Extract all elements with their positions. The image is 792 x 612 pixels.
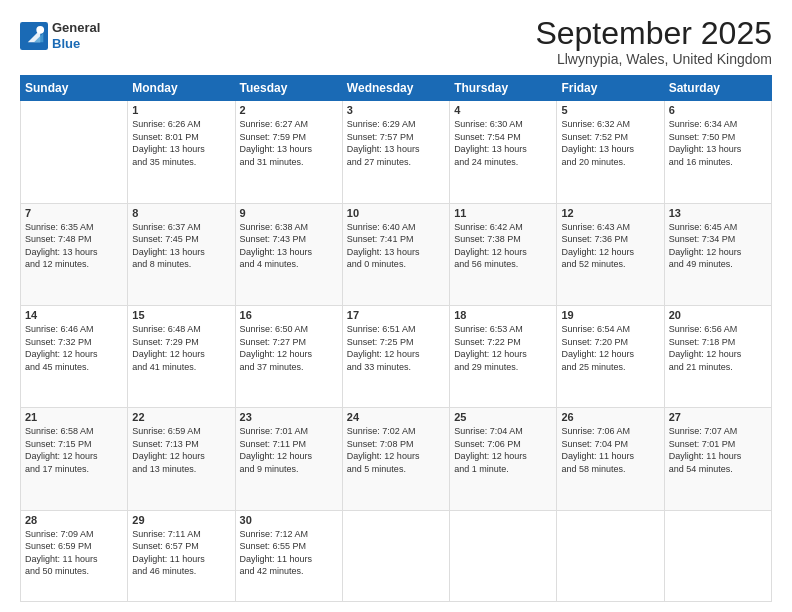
day-info: Sunrise: 6:45 AM Sunset: 7:34 PM Dayligh… bbox=[669, 221, 767, 271]
table-row: 23Sunrise: 7:01 AM Sunset: 7:11 PM Dayli… bbox=[235, 408, 342, 510]
day-info: Sunrise: 7:12 AM Sunset: 6:55 PM Dayligh… bbox=[240, 528, 338, 578]
table-row: 21Sunrise: 6:58 AM Sunset: 7:15 PM Dayli… bbox=[21, 408, 128, 510]
day-info: Sunrise: 7:07 AM Sunset: 7:01 PM Dayligh… bbox=[669, 425, 767, 475]
header-thursday: Thursday bbox=[450, 76, 557, 101]
day-info: Sunrise: 6:50 AM Sunset: 7:27 PM Dayligh… bbox=[240, 323, 338, 373]
table-row: 12Sunrise: 6:43 AM Sunset: 7:36 PM Dayli… bbox=[557, 203, 664, 305]
day-info: Sunrise: 6:34 AM Sunset: 7:50 PM Dayligh… bbox=[669, 118, 767, 168]
day-info: Sunrise: 7:02 AM Sunset: 7:08 PM Dayligh… bbox=[347, 425, 445, 475]
day-number: 13 bbox=[669, 207, 767, 219]
day-info: Sunrise: 6:26 AM Sunset: 8:01 PM Dayligh… bbox=[132, 118, 230, 168]
calendar-table: Sunday Monday Tuesday Wednesday Thursday… bbox=[20, 75, 772, 602]
logo-blue: Blue bbox=[52, 36, 100, 52]
table-row: 10Sunrise: 6:40 AM Sunset: 7:41 PM Dayli… bbox=[342, 203, 449, 305]
table-row: 25Sunrise: 7:04 AM Sunset: 7:06 PM Dayli… bbox=[450, 408, 557, 510]
day-info: Sunrise: 6:29 AM Sunset: 7:57 PM Dayligh… bbox=[347, 118, 445, 168]
day-number: 22 bbox=[132, 411, 230, 423]
day-number: 21 bbox=[25, 411, 123, 423]
svg-point-2 bbox=[36, 25, 44, 33]
logo-icon bbox=[20, 22, 48, 50]
table-row: 8Sunrise: 6:37 AM Sunset: 7:45 PM Daylig… bbox=[128, 203, 235, 305]
day-number: 6 bbox=[669, 104, 767, 116]
table-row: 2Sunrise: 6:27 AM Sunset: 7:59 PM Daylig… bbox=[235, 101, 342, 203]
table-row: 17Sunrise: 6:51 AM Sunset: 7:25 PM Dayli… bbox=[342, 305, 449, 407]
table-row: 1Sunrise: 6:26 AM Sunset: 8:01 PM Daylig… bbox=[128, 101, 235, 203]
day-number: 28 bbox=[25, 514, 123, 526]
logo-text: General Blue bbox=[52, 20, 100, 51]
table-row: 4Sunrise: 6:30 AM Sunset: 7:54 PM Daylig… bbox=[450, 101, 557, 203]
day-number: 1 bbox=[132, 104, 230, 116]
day-number: 27 bbox=[669, 411, 767, 423]
day-info: Sunrise: 7:11 AM Sunset: 6:57 PM Dayligh… bbox=[132, 528, 230, 578]
day-number: 8 bbox=[132, 207, 230, 219]
calendar-week-row: 21Sunrise: 6:58 AM Sunset: 7:15 PM Dayli… bbox=[21, 408, 772, 510]
logo-general: General bbox=[52, 20, 100, 36]
table-row: 20Sunrise: 6:56 AM Sunset: 7:18 PM Dayli… bbox=[664, 305, 771, 407]
day-number: 20 bbox=[669, 309, 767, 321]
day-info: Sunrise: 6:54 AM Sunset: 7:20 PM Dayligh… bbox=[561, 323, 659, 373]
day-number: 9 bbox=[240, 207, 338, 219]
day-number: 16 bbox=[240, 309, 338, 321]
day-info: Sunrise: 6:30 AM Sunset: 7:54 PM Dayligh… bbox=[454, 118, 552, 168]
day-number: 12 bbox=[561, 207, 659, 219]
day-number: 29 bbox=[132, 514, 230, 526]
table-row: 9Sunrise: 6:38 AM Sunset: 7:43 PM Daylig… bbox=[235, 203, 342, 305]
day-info: Sunrise: 6:43 AM Sunset: 7:36 PM Dayligh… bbox=[561, 221, 659, 271]
location: Llwynypia, Wales, United Kingdom bbox=[535, 51, 772, 67]
table-row: 7Sunrise: 6:35 AM Sunset: 7:48 PM Daylig… bbox=[21, 203, 128, 305]
table-row: 27Sunrise: 7:07 AM Sunset: 7:01 PM Dayli… bbox=[664, 408, 771, 510]
day-info: Sunrise: 7:04 AM Sunset: 7:06 PM Dayligh… bbox=[454, 425, 552, 475]
day-info: Sunrise: 6:35 AM Sunset: 7:48 PM Dayligh… bbox=[25, 221, 123, 271]
table-row bbox=[450, 510, 557, 601]
day-info: Sunrise: 6:58 AM Sunset: 7:15 PM Dayligh… bbox=[25, 425, 123, 475]
table-row bbox=[664, 510, 771, 601]
header-monday: Monday bbox=[128, 76, 235, 101]
title-block: September 2025 Llwynypia, Wales, United … bbox=[535, 16, 772, 67]
table-row: 3Sunrise: 6:29 AM Sunset: 7:57 PM Daylig… bbox=[342, 101, 449, 203]
table-row: 15Sunrise: 6:48 AM Sunset: 7:29 PM Dayli… bbox=[128, 305, 235, 407]
table-row: 26Sunrise: 7:06 AM Sunset: 7:04 PM Dayli… bbox=[557, 408, 664, 510]
day-info: Sunrise: 6:53 AM Sunset: 7:22 PM Dayligh… bbox=[454, 323, 552, 373]
day-number: 7 bbox=[25, 207, 123, 219]
day-info: Sunrise: 7:09 AM Sunset: 6:59 PM Dayligh… bbox=[25, 528, 123, 578]
table-row: 22Sunrise: 6:59 AM Sunset: 7:13 PM Dayli… bbox=[128, 408, 235, 510]
day-number: 2 bbox=[240, 104, 338, 116]
day-number: 3 bbox=[347, 104, 445, 116]
table-row: 30Sunrise: 7:12 AM Sunset: 6:55 PM Dayli… bbox=[235, 510, 342, 601]
day-info: Sunrise: 6:42 AM Sunset: 7:38 PM Dayligh… bbox=[454, 221, 552, 271]
logo: General Blue bbox=[20, 20, 100, 51]
day-number: 4 bbox=[454, 104, 552, 116]
header-tuesday: Tuesday bbox=[235, 76, 342, 101]
day-number: 14 bbox=[25, 309, 123, 321]
calendar-week-row: 7Sunrise: 6:35 AM Sunset: 7:48 PM Daylig… bbox=[21, 203, 772, 305]
table-row bbox=[342, 510, 449, 601]
table-row: 16Sunrise: 6:50 AM Sunset: 7:27 PM Dayli… bbox=[235, 305, 342, 407]
month-title: September 2025 bbox=[535, 16, 772, 51]
day-number: 18 bbox=[454, 309, 552, 321]
table-row: 5Sunrise: 6:32 AM Sunset: 7:52 PM Daylig… bbox=[557, 101, 664, 203]
day-info: Sunrise: 6:37 AM Sunset: 7:45 PM Dayligh… bbox=[132, 221, 230, 271]
table-row bbox=[21, 101, 128, 203]
day-number: 19 bbox=[561, 309, 659, 321]
day-info: Sunrise: 6:46 AM Sunset: 7:32 PM Dayligh… bbox=[25, 323, 123, 373]
calendar-week-row: 28Sunrise: 7:09 AM Sunset: 6:59 PM Dayli… bbox=[21, 510, 772, 601]
calendar-week-row: 1Sunrise: 6:26 AM Sunset: 8:01 PM Daylig… bbox=[21, 101, 772, 203]
day-info: Sunrise: 6:59 AM Sunset: 7:13 PM Dayligh… bbox=[132, 425, 230, 475]
table-row: 11Sunrise: 6:42 AM Sunset: 7:38 PM Dayli… bbox=[450, 203, 557, 305]
table-row: 14Sunrise: 6:46 AM Sunset: 7:32 PM Dayli… bbox=[21, 305, 128, 407]
day-info: Sunrise: 7:01 AM Sunset: 7:11 PM Dayligh… bbox=[240, 425, 338, 475]
day-info: Sunrise: 6:27 AM Sunset: 7:59 PM Dayligh… bbox=[240, 118, 338, 168]
day-number: 25 bbox=[454, 411, 552, 423]
table-row: 19Sunrise: 6:54 AM Sunset: 7:20 PM Dayli… bbox=[557, 305, 664, 407]
calendar-week-row: 14Sunrise: 6:46 AM Sunset: 7:32 PM Dayli… bbox=[21, 305, 772, 407]
day-number: 30 bbox=[240, 514, 338, 526]
header-sunday: Sunday bbox=[21, 76, 128, 101]
weekday-header-row: Sunday Monday Tuesday Wednesday Thursday… bbox=[21, 76, 772, 101]
day-number: 17 bbox=[347, 309, 445, 321]
day-info: Sunrise: 6:32 AM Sunset: 7:52 PM Dayligh… bbox=[561, 118, 659, 168]
day-info: Sunrise: 6:51 AM Sunset: 7:25 PM Dayligh… bbox=[347, 323, 445, 373]
table-row: 6Sunrise: 6:34 AM Sunset: 7:50 PM Daylig… bbox=[664, 101, 771, 203]
day-number: 26 bbox=[561, 411, 659, 423]
day-info: Sunrise: 6:48 AM Sunset: 7:29 PM Dayligh… bbox=[132, 323, 230, 373]
day-info: Sunrise: 6:56 AM Sunset: 7:18 PM Dayligh… bbox=[669, 323, 767, 373]
